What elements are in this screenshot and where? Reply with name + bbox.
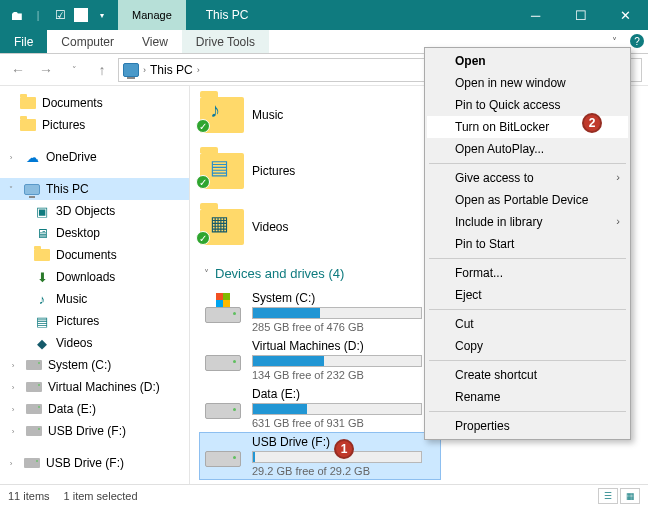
folder-label: Music <box>252 108 283 122</box>
expand-icon[interactable]: › <box>8 383 18 392</box>
ribbon-contextual-manage[interactable]: Manage <box>118 0 186 30</box>
ctx-open[interactable]: Open <box>427 50 628 72</box>
nav-item-desktop[interactable]: 🖥Desktop <box>0 222 189 244</box>
videos-icon: ◆ <box>34 335 50 351</box>
context-menu: Open Open in new window Pin to Quick acc… <box>424 47 631 440</box>
nav-item-usb-f-removable[interactable]: ›USB Drive (F:) <box>0 452 189 474</box>
nav-item-pictures2[interactable]: ▤Pictures <box>0 310 189 332</box>
tab-computer[interactable]: Computer <box>47 30 128 53</box>
sync-check-icon: ✓ <box>196 119 210 133</box>
downloads-icon: ⬇ <box>34 269 50 285</box>
nav-item-pictures[interactable]: Pictures <box>0 114 189 136</box>
drive-icon <box>204 339 242 371</box>
qat-properties-icon[interactable]: ☑ <box>52 7 68 23</box>
onedrive-icon: ☁ <box>24 149 40 165</box>
view-switcher: ☰ ▦ <box>598 488 640 504</box>
folder-tile-music[interactable]: ♪✓ Music <box>200 90 340 140</box>
drive-icon <box>26 360 42 370</box>
capacity-bar <box>252 307 422 319</box>
ctx-separator <box>429 411 626 412</box>
ctx-rename[interactable]: Rename <box>427 386 628 408</box>
drive-item[interactable]: Data (E:)631 GB free of 931 GB <box>200 385 440 431</box>
ctx-create-shortcut[interactable]: Create shortcut <box>427 364 628 386</box>
ctx-copy[interactable]: Copy <box>427 335 628 357</box>
minimize-button[interactable]: ─ <box>513 0 558 30</box>
nav-item-thispc[interactable]: ˅This PC <box>0 178 189 200</box>
nav-item-music[interactable]: ♪Music <box>0 288 189 310</box>
nav-item-data-e[interactable]: ›Data (E:) <box>0 398 189 420</box>
capacity-bar <box>252 403 422 415</box>
videos-icon: ▦ <box>210 211 229 235</box>
titlebar: 🖿 | ☑ ▾ Manage This PC ─ ☐ ✕ <box>0 0 648 30</box>
drive-item[interactable]: Virtual Machines (D:)134 GB free of 232 … <box>200 337 440 383</box>
ctx-open-autoplay[interactable]: Open AutoPlay... <box>427 138 628 160</box>
collapse-icon[interactable]: ˅ <box>6 185 16 194</box>
expand-icon[interactable]: › <box>8 427 18 436</box>
nav-item-usb-f[interactable]: ›USB Drive (F:) <box>0 420 189 442</box>
tab-view[interactable]: View <box>128 30 182 53</box>
drive-item[interactable]: USB Drive (F:)29.2 GB free of 29.2 GB <box>200 433 440 479</box>
window-title: This PC <box>186 0 513 30</box>
drive-name: System (C:) <box>252 291 436 305</box>
submenu-arrow-icon: › <box>616 215 620 227</box>
help-icon: ? <box>630 34 644 48</box>
pictures-icon: ▤ <box>210 155 229 179</box>
nav-item-vm-d[interactable]: ›Virtual Machines (D:) <box>0 376 189 398</box>
capacity-bar <box>252 355 422 367</box>
ctx-separator <box>429 163 626 164</box>
nav-item-documents[interactable]: Documents <box>0 92 189 114</box>
ctx-separator <box>429 360 626 361</box>
3d-icon: ▣ <box>34 203 50 219</box>
nav-forward-button[interactable]: → <box>34 58 58 82</box>
ctx-pin-start[interactable]: Pin to Start <box>427 233 628 255</box>
nav-item-downloads[interactable]: ⬇Downloads <box>0 266 189 288</box>
manage-label: Manage <box>132 9 172 22</box>
breadcrumb-loc[interactable]: This PC <box>150 63 193 77</box>
nav-item-videos[interactable]: ◆Videos <box>0 332 189 354</box>
nav-item-3dobjects[interactable]: ▣3D Objects <box>0 200 189 222</box>
nav-up-button[interactable]: ↑ <box>90 58 114 82</box>
folder-label: Pictures <box>252 164 295 178</box>
nav-back-button[interactable]: ← <box>6 58 30 82</box>
nav-recent-dropdown[interactable]: ˅ <box>62 58 86 82</box>
ctx-eject[interactable]: Eject <box>427 284 628 306</box>
navigation-pane[interactable]: Documents Pictures ›☁OneDrive ˅This PC ▣… <box>0 86 190 484</box>
drive-item[interactable]: System (C:)285 GB free of 476 GB <box>200 289 440 335</box>
view-large-button[interactable]: ▦ <box>620 488 640 504</box>
folder-tile-pictures[interactable]: ▤✓ Pictures <box>200 146 340 196</box>
folder-label: Videos <box>252 220 288 234</box>
ctx-properties[interactable]: Properties <box>427 415 628 437</box>
thispc-icon <box>24 184 40 195</box>
close-button[interactable]: ✕ <box>603 0 648 30</box>
tab-file[interactable]: File <box>0 30 47 53</box>
tab-drive-tools[interactable]: Drive Tools <box>182 30 269 53</box>
ctx-pin-quick-access[interactable]: Pin to Quick access <box>427 94 628 116</box>
ctx-open-new-window[interactable]: Open in new window <box>427 72 628 94</box>
nav-item-onedrive[interactable]: ›☁OneDrive <box>0 146 189 168</box>
drive-icon <box>204 435 242 467</box>
drive-free-text: 631 GB free of 931 GB <box>252 417 436 429</box>
ctx-cut[interactable]: Cut <box>427 313 628 335</box>
qat-newfolder-icon[interactable] <box>74 8 88 22</box>
expand-icon[interactable]: › <box>6 459 16 468</box>
ctx-include-library[interactable]: Include in library› <box>427 211 628 233</box>
nav-item-system-c[interactable]: ›System (C:) <box>0 354 189 376</box>
qat-dropdown-icon[interactable]: ▾ <box>94 7 110 23</box>
chevron-right-icon[interactable]: › <box>143 65 146 75</box>
maximize-button[interactable]: ☐ <box>558 0 603 30</box>
expand-icon[interactable]: › <box>6 153 16 162</box>
ctx-give-access[interactable]: Give access to› <box>427 167 628 189</box>
drive-free-text: 285 GB free of 476 GB <box>252 321 436 333</box>
ctx-format[interactable]: Format... <box>427 262 628 284</box>
view-details-button[interactable]: ☰ <box>598 488 618 504</box>
desktop-icon: 🖥 <box>34 225 50 241</box>
drive-free-text: 134 GB free of 232 GB <box>252 369 436 381</box>
nav-item-documents2[interactable]: Documents <box>0 244 189 266</box>
expand-icon[interactable]: › <box>8 405 18 414</box>
folder-tile-videos[interactable]: ▦✓ Videos <box>200 202 340 252</box>
chevron-right-icon[interactable]: › <box>197 65 200 75</box>
ctx-open-portable[interactable]: Open as Portable Device <box>427 189 628 211</box>
expand-icon[interactable]: › <box>8 361 18 370</box>
folder-icon <box>20 97 36 109</box>
status-item-count: 11 items <box>8 490 50 502</box>
